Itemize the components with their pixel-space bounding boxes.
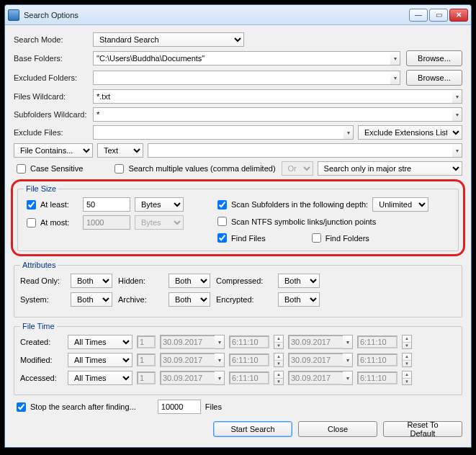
modified-from-time [229, 353, 269, 366]
at-least-input[interactable] [83, 197, 130, 212]
spinner-icon: ▲▼ [402, 371, 412, 385]
accessed-from-time [229, 371, 269, 384]
label-archive: Archive: [118, 295, 163, 304]
highlight-box: File Size At least: Bytes At most: Bytes [11, 179, 465, 256]
label-system: System: [20, 295, 65, 304]
created-n-input [137, 335, 156, 348]
find-folders-checkbox[interactable]: Find Folders [309, 231, 369, 245]
label-excluded-folders: Excluded Folders: [14, 73, 93, 82]
at-least-unit-select[interactable]: Bytes [135, 197, 184, 212]
scan-subfolders-checkbox[interactable]: Scan Subfolders in the following depth: [215, 198, 368, 212]
modified-mode-select[interactable]: All Times [68, 353, 133, 367]
base-folders-input[interactable] [93, 51, 390, 66]
scan-ntfs-checkbox[interactable]: Scan NTFS symbolic links/junction points [215, 215, 452, 228]
stop-after-checkbox[interactable]: Stop the search after finding... [14, 400, 136, 414]
file-contains-select[interactable]: File Contains... [14, 143, 93, 158]
content-area: Search Mode: Standard Search Base Folder… [5, 25, 471, 447]
spinner-icon: ▲▼ [274, 353, 284, 367]
label-files-wildcard: Files Wildcard: [14, 92, 93, 101]
file-time-group: File Time Created:All Times▾▲▼▾▲▼Modifie… [14, 322, 462, 395]
created-mode-select[interactable]: All Times [68, 335, 133, 349]
case-sensitive-checkbox[interactable]: Case Sensitive [14, 162, 83, 176]
at-least-checkbox[interactable]: At least: [24, 198, 78, 212]
file-size-group: File Size At least: Bytes At most: Bytes [17, 184, 459, 251]
chevron-down-icon: ▾ [215, 335, 225, 349]
base-folders-dropdown-icon[interactable]: ▾ [390, 51, 400, 66]
search-options-window: Search Options — ▭ ✕ Search Mode: Standa… [4, 4, 472, 448]
files-wildcard-dropdown-icon[interactable]: ▾ [452, 89, 462, 104]
exclude-files-input[interactable] [93, 125, 343, 140]
reset-default-button[interactable]: Reset To Default [383, 421, 462, 437]
label-created: Created: [20, 338, 63, 346]
file-contains-input[interactable] [148, 143, 452, 158]
app-icon [8, 9, 19, 21]
label-compressed: Compressed: [216, 276, 272, 285]
browse-base-button[interactable]: Browse... [406, 50, 462, 66]
accessed-n-input [137, 371, 156, 384]
at-most-input [83, 215, 130, 230]
compressed-select[interactable]: Both [278, 274, 320, 288]
files-wildcard-input[interactable] [93, 89, 452, 104]
find-files-checkbox[interactable]: Find Files [215, 231, 266, 245]
exclude-files-dropdown-icon[interactable]: ▾ [343, 125, 354, 140]
subfolders-wildcard-dropdown-icon[interactable]: ▾ [452, 107, 462, 122]
window-title: Search Options [24, 11, 408, 19]
chevron-down-icon: ▾ [215, 371, 225, 385]
start-search-button[interactable]: Start Search [213, 421, 292, 437]
close-dialog-button[interactable]: Close [298, 421, 377, 437]
label-search-mode: Search Mode: [14, 35, 93, 44]
system-select[interactable]: Both [71, 292, 112, 307]
created-to-time [357, 335, 398, 348]
minimize-button[interactable]: — [409, 9, 428, 22]
close-button[interactable]: ✕ [449, 9, 468, 22]
search-multiple-checkbox[interactable]: Search multiple values (comma delimited) [112, 162, 275, 176]
depth-select[interactable]: Unlimited [372, 197, 428, 212]
content-format-select[interactable]: Text [97, 143, 143, 158]
accessed-to-date [288, 371, 343, 385]
attributes-legend: Attributes [20, 261, 58, 269]
at-most-checkbox[interactable]: At most: [24, 216, 78, 230]
label-base-folders: Base Folders: [14, 54, 93, 63]
readonly-select[interactable]: Both [71, 274, 112, 288]
accessed-to-time [357, 371, 398, 384]
stop-after-input[interactable] [158, 400, 201, 414]
or-and-select: Or [282, 161, 313, 176]
modified-n-input [137, 353, 156, 366]
exclude-mode-select[interactable]: Exclude Extensions List [358, 125, 462, 140]
modified-from-date [160, 353, 215, 367]
encrypted-select[interactable]: Both [278, 292, 320, 307]
spinner-icon: ▲▼ [274, 371, 284, 385]
file-contains-dropdown-icon[interactable]: ▾ [452, 143, 462, 158]
created-to-date [288, 335, 343, 349]
excluded-folders-dropdown-icon[interactable]: ▾ [390, 71, 400, 85]
label-hidden: Hidden: [118, 276, 163, 285]
chevron-down-icon: ▾ [215, 353, 225, 367]
chevron-down-icon: ▾ [343, 353, 353, 367]
modified-to-time [357, 353, 398, 366]
attributes-group: Attributes Read Only: Both Hidden: Both … [14, 261, 462, 317]
modified-to-date [288, 353, 343, 367]
subfolders-wildcard-input[interactable] [93, 107, 452, 122]
label-encrypted: Encrypted: [216, 295, 272, 304]
accessed-mode-select[interactable]: All Times [68, 371, 133, 385]
excluded-folders-input[interactable] [93, 71, 390, 85]
label-readonly: Read Only: [20, 276, 65, 285]
label-files: Files [205, 402, 222, 411]
file-time-legend: File Time [20, 322, 57, 330]
label-modified: Modified: [20, 356, 63, 364]
label-accessed: Accessed: [20, 374, 63, 382]
created-from-time [229, 335, 269, 348]
hidden-select[interactable]: Both [169, 274, 210, 288]
maximize-button[interactable]: ▭ [429, 9, 448, 22]
spinner-icon: ▲▼ [274, 335, 284, 349]
at-most-unit-select: Bytes [135, 215, 184, 230]
label-exclude-files: Exclude Files: [14, 128, 93, 137]
browse-excluded-button[interactable]: Browse... [406, 70, 462, 86]
label-subfolders-wildcard: Subfolders Wildcard: [14, 110, 93, 119]
spinner-icon: ▲▼ [402, 353, 412, 367]
search-scope-select[interactable]: Search only in major stre [318, 161, 462, 176]
titlebar[interactable]: Search Options — ▭ ✕ [5, 5, 471, 25]
spinner-icon: ▲▼ [402, 335, 412, 349]
archive-select[interactable]: Both [169, 292, 210, 307]
search-mode-select[interactable]: Standard Search [93, 32, 244, 47]
